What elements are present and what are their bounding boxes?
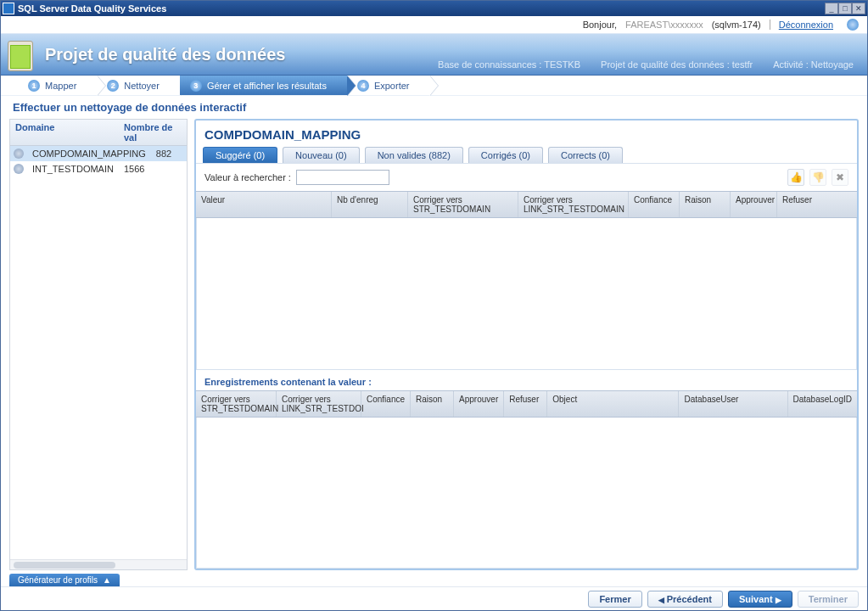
- col-value[interactable]: Valeur: [196, 192, 332, 217]
- greeting-text: Bonjour,: [583, 20, 617, 30]
- search-input[interactable]: [296, 170, 389, 185]
- records-grid-header: Corriger vers STR_TESTDOMAIN Corriger ve…: [196, 390, 857, 418]
- page-subtitle: Effectuer un nettoyage de données intera…: [1, 96, 867, 119]
- tab-suggested[interactable]: Suggéré (0): [203, 147, 277, 163]
- col-dblogid[interactable]: DatabaseLogID: [788, 391, 858, 417]
- domain-list-body: COMPDOMAIN_MAPPING 882 INT_TESTDOMAIN 15…: [10, 146, 187, 559]
- values-grid-header: Valeur Nb d'enreg Corriger vers STR_TEST…: [196, 191, 857, 218]
- step-label: Nettoyer: [124, 81, 160, 91]
- search-label: Valeur à rechercher :: [204, 172, 291, 182]
- horizontal-scrollbar[interactable]: [10, 559, 187, 569]
- col-count[interactable]: Nb d'enreg: [332, 192, 408, 217]
- domain-icon: [14, 149, 24, 159]
- approve-all-icon[interactable]: 👍: [787, 169, 804, 186]
- step-manage-results[interactable]: 3 Gérer et afficher les résultats: [180, 76, 347, 95]
- server-name: (sqlvm-174): [712, 20, 761, 30]
- kb-label: Base de connaissances : TESTKB: [438, 59, 580, 70]
- col-correct-str[interactable]: Corriger vers STR_TESTDOMAIN: [196, 391, 277, 417]
- col-correct-link[interactable]: Corriger vers LINK_STR_TESTDOI: [277, 391, 361, 417]
- domain-list-header: Domaine Nombre de val: [10, 120, 187, 146]
- tab-correct[interactable]: Corrects (0): [548, 147, 623, 163]
- clipboard-icon: [8, 37, 36, 71]
- banner-meta: Base de connaissances : TESTKB Projet de…: [438, 59, 867, 75]
- search-row: Valeur à rechercher : 👍 👎 ✖: [196, 163, 857, 191]
- step-label: Exporter: [374, 81, 410, 91]
- domain-name: COMPDOMAIN_MAPPING: [27, 146, 151, 161]
- col-object[interactable]: Object: [547, 391, 679, 417]
- footer: Fermer ◀ Précédent Suivant ▶ Terminer: [1, 586, 867, 610]
- window-title: SQL Server Data Quality Services: [18, 3, 825, 14]
- step-label: Mapper: [45, 81, 76, 91]
- finish-button[interactable]: Terminer: [798, 591, 859, 608]
- wizard-steps: 1 Mapper 2 Nettoyer 3 Gérer et afficher …: [1, 76, 867, 96]
- records-section-label: Enregistrements contenant la valeur :: [196, 370, 857, 390]
- domain-row[interactable]: COMPDOMAIN_MAPPING 882: [10, 146, 187, 161]
- step-cleanse[interactable]: 2 Nettoyer: [97, 76, 180, 95]
- tab-corrected[interactable]: Corrigés (0): [468, 147, 543, 163]
- col-correct-link[interactable]: Corriger vers LINK_STR_TESTDOMAIN: [518, 192, 629, 217]
- domain-list-panel: Domaine Nombre de val COMPDOMAIN_MAPPING…: [9, 119, 188, 570]
- tab-new[interactable]: Nouveau (0): [283, 147, 360, 163]
- back-label: Précédent: [667, 594, 712, 604]
- logout-link[interactable]: Déconnexion: [779, 20, 833, 30]
- window-buttons: _ □ ✕: [825, 3, 865, 14]
- domain-count: 882: [151, 146, 187, 161]
- step-export[interactable]: 4 Exporter: [347, 76, 430, 95]
- banner-title: Projet de qualité des données: [45, 45, 438, 64]
- col-reject[interactable]: Refuser: [504, 391, 547, 417]
- step-number: 2: [107, 80, 119, 92]
- profiler-toggle[interactable]: Générateur de profils ▲: [9, 574, 120, 586]
- tab-invalid[interactable]: Non valides (882): [365, 147, 463, 163]
- col-reason[interactable]: Raison: [411, 391, 454, 417]
- titlebar: SQL Server Data Quality Services _ □ ✕: [1, 1, 867, 16]
- col-confidence[interactable]: Confiance: [361, 391, 411, 417]
- col-correct-str[interactable]: Corriger vers STR_TESTDOMAIN: [408, 192, 518, 217]
- domain-name: INT_TESTDOMAIN: [27, 161, 119, 177]
- col-confidence[interactable]: Confiance: [629, 192, 680, 217]
- body: Domaine Nombre de val COMPDOMAIN_MAPPING…: [1, 119, 867, 574]
- next-button[interactable]: Suivant ▶: [728, 591, 792, 608]
- step-number: 4: [357, 80, 369, 92]
- domain-row[interactable]: INT_TESTDOMAIN 1566: [10, 161, 187, 177]
- col-dbuser[interactable]: DatabaseUser: [679, 391, 787, 417]
- step-mapper[interactable]: 1 Mapper: [18, 76, 97, 95]
- project-label: Projet de qualité des données : testfr: [601, 59, 753, 70]
- col-reject[interactable]: Refuser: [777, 192, 857, 217]
- step-number: 1: [28, 80, 40, 92]
- reject-all-icon[interactable]: 👎: [809, 169, 826, 186]
- col-domain: Domaine: [10, 120, 119, 145]
- activity-label: Activité : Nettoyage: [773, 59, 854, 70]
- profiler-row: Générateur de profils ▲: [1, 574, 867, 586]
- back-button[interactable]: ◀ Précédent: [647, 591, 723, 608]
- chevron-up-icon: ▲: [103, 575, 111, 585]
- banner: Projet de qualité des données Base de co…: [1, 33, 867, 76]
- results-panel: COMPDOMAIN_MAPPING Suggéré (0) Nouveau (…: [194, 119, 859, 570]
- user-name: FAREAST\xxxxxxx: [625, 20, 703, 30]
- records-grid-body: [196, 418, 857, 569]
- values-grid-body: [196, 218, 857, 370]
- minimize-button[interactable]: _: [825, 3, 838, 14]
- close-button[interactable]: Fermer: [588, 591, 641, 608]
- domain-count: 1566: [119, 161, 187, 177]
- col-count: Nombre de val: [119, 120, 187, 145]
- col-reason[interactable]: Raison: [680, 192, 731, 217]
- result-tabs: Suggéré (0) Nouveau (0) Non valides (882…: [196, 147, 857, 163]
- domain-title: COMPDOMAIN_MAPPING: [196, 121, 857, 147]
- user-bar: Bonjour, FAREAST\xxxxxxx (sqlvm-174) Déc…: [1, 16, 867, 33]
- close-button[interactable]: ✕: [852, 3, 865, 14]
- col-approve[interactable]: Approuver: [731, 192, 777, 217]
- app-window: SQL Server Data Quality Services _ □ ✕ B…: [0, 0, 868, 611]
- profiler-label: Générateur de profils: [18, 575, 98, 585]
- help-icon[interactable]: [847, 19, 859, 31]
- app-icon: [3, 3, 14, 14]
- delete-icon[interactable]: ✖: [832, 169, 848, 186]
- domain-icon: [14, 164, 24, 174]
- next-label: Suivant: [739, 594, 773, 604]
- maximize-button[interactable]: □: [838, 3, 852, 14]
- step-number: 3: [190, 80, 202, 92]
- separator: [770, 20, 770, 30]
- col-approve[interactable]: Approuver: [454, 391, 504, 417]
- step-label: Gérer et afficher les résultats: [207, 81, 327, 91]
